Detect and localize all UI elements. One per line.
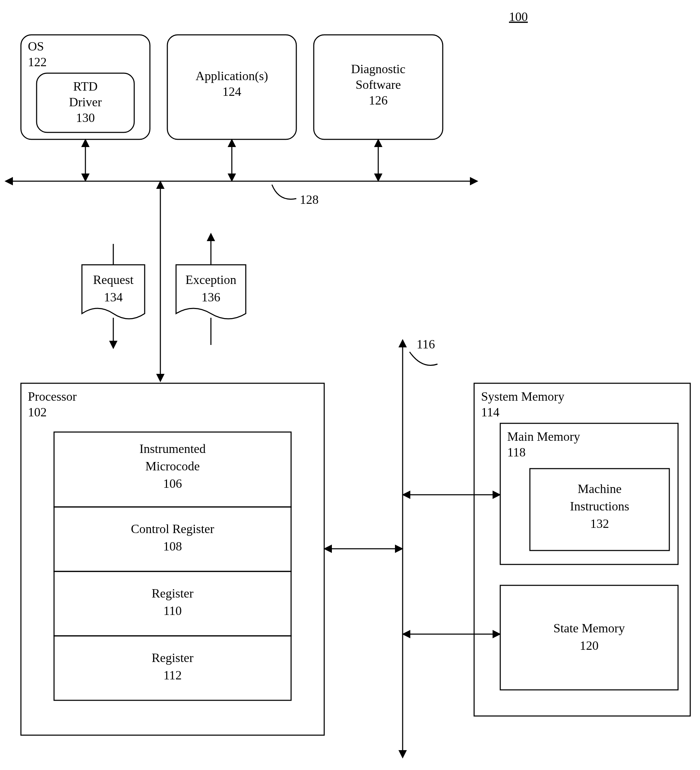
svg-rect-16	[500, 586, 678, 690]
bus-ref: 128	[300, 192, 319, 207]
request-title: Request	[93, 273, 133, 287]
processor-box: Processor 102	[21, 383, 324, 735]
applications-box: Application(s) 124	[167, 35, 296, 139]
state-memory-box: State Memory 120	[500, 586, 678, 690]
os-title: OS	[28, 39, 44, 53]
instrumented-line1: Instrumented	[139, 442, 206, 456]
machine-instructions-box: Machine Instructions 132	[530, 469, 669, 550]
rtd-driver-box: RTD Driver 130	[37, 73, 134, 133]
processor-ref: 102	[28, 405, 47, 419]
exception-ref: 136	[201, 290, 220, 304]
os-ref: 122	[28, 55, 47, 69]
register-b-title: Register	[152, 651, 193, 665]
processor-inner: Instrumented Microcode 106 Control Regis…	[54, 432, 291, 700]
register-b-ref: 112	[164, 668, 182, 682]
processor-title: Processor	[28, 390, 77, 403]
diagnostic-software-box: Diagnostic Software 126	[314, 35, 443, 139]
rtd-driver-ref: 130	[76, 111, 95, 125]
machine-line2: Instructions	[570, 499, 629, 513]
rtd-driver-line1: RTD	[73, 79, 97, 93]
system-memory-box: System Memory 114	[474, 383, 690, 716]
memory-bus-ref: 116	[416, 337, 435, 351]
instrumented-line2: Microcode	[145, 459, 200, 473]
system-memory-title: System Memory	[481, 390, 564, 403]
main-memory-title: Main Memory	[507, 430, 580, 443]
diagram: 100 OS 122 RTD Driver 130 Application(s)…	[0, 0, 700, 770]
diagnostic-line1: Diagnostic	[351, 62, 405, 76]
svg-rect-13	[474, 383, 690, 716]
control-register-ref: 108	[163, 539, 182, 553]
figure-number: 100	[509, 10, 528, 24]
exception-doc: Exception 136	[176, 237, 246, 345]
request-ref: 134	[104, 290, 123, 304]
exception-title: Exception	[185, 273, 237, 287]
state-memory-title: State Memory	[554, 621, 625, 635]
request-doc: Request 134	[82, 244, 145, 345]
control-register-title: Control Register	[131, 522, 214, 536]
svg-rect-8	[21, 383, 324, 735]
machine-ref: 132	[590, 517, 609, 531]
rtd-driver-line2: Driver	[69, 95, 102, 109]
register-a-ref: 110	[164, 604, 182, 618]
instrumented-ref: 106	[163, 477, 182, 490]
applications-ref: 124	[222, 85, 241, 99]
bus-ref-hook	[272, 184, 296, 199]
applications-title: Application(s)	[196, 69, 268, 83]
machine-line1: Machine	[578, 482, 622, 496]
memory-bus-hook	[410, 352, 438, 365]
diagnostic-ref: 126	[369, 93, 388, 107]
system-memory-ref: 114	[481, 405, 499, 419]
state-memory-ref: 120	[580, 639, 599, 653]
diagnostic-line2: Software	[356, 78, 401, 92]
register-a-title: Register	[152, 586, 193, 600]
main-memory-ref: 118	[507, 445, 526, 459]
